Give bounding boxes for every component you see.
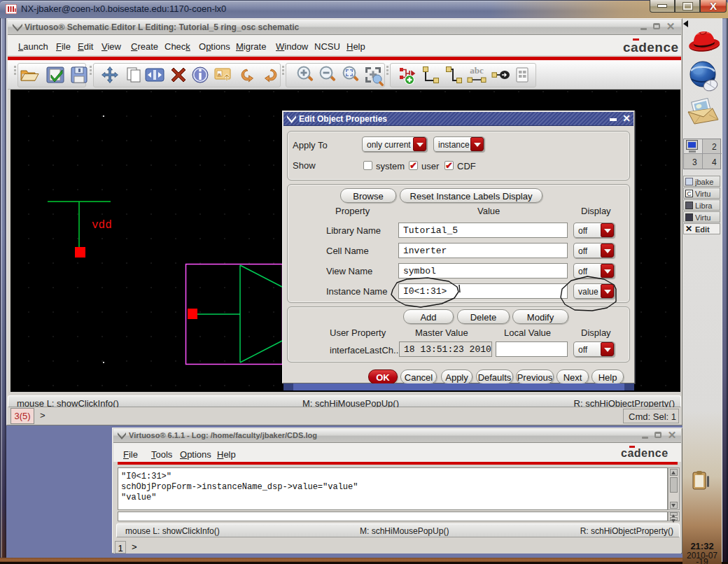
svg-text:a: a <box>218 71 221 78</box>
svg-text:vdd: vdd <box>92 219 112 232</box>
svg-text:abc: abc <box>470 65 484 76</box>
